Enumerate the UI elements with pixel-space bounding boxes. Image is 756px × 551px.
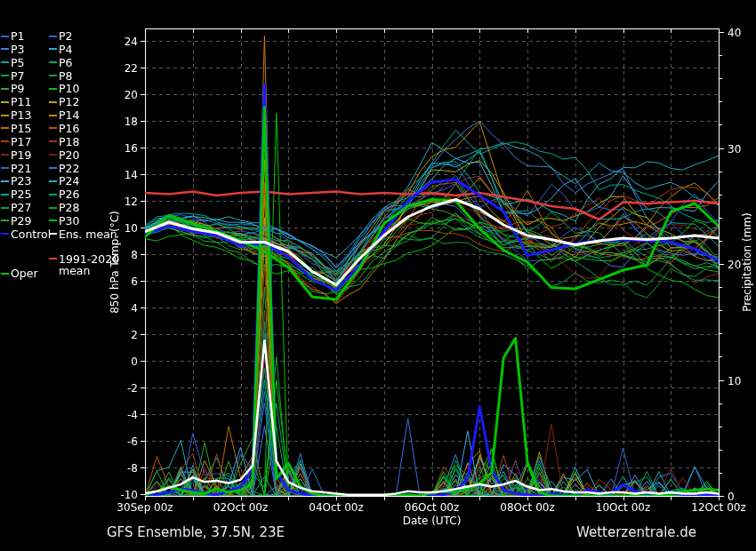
legend: P1P2P3P4P5P6P7P8P9P10P11P12P13P14P15P16P… xyxy=(1,29,145,296)
legend-swatch xyxy=(1,273,9,275)
legend-label: P22 xyxy=(59,163,79,174)
legend-label: P7 xyxy=(11,70,25,82)
legend-item-p21: P21 xyxy=(1,162,31,175)
legend-swatch xyxy=(49,194,57,196)
legend-label: P16 xyxy=(59,123,79,134)
legend-label: P12 xyxy=(59,96,79,108)
legend-swatch xyxy=(49,61,57,63)
legend-item-p11: P11 xyxy=(1,95,31,108)
legend-swatch xyxy=(1,180,9,182)
legend-swatch xyxy=(1,154,9,156)
legend-swatch xyxy=(1,140,9,142)
legend-label: P17 xyxy=(11,136,31,148)
legend-label: P5 xyxy=(11,57,25,68)
legend-label: P18 xyxy=(59,136,79,148)
legend-item-p29: P29 xyxy=(1,214,31,228)
legend-label: P21 xyxy=(11,163,31,174)
legend-label: P30 xyxy=(59,215,79,227)
legend-label: Control xyxy=(11,228,51,240)
legend-label: P1 xyxy=(11,30,25,42)
legend-item-p28: P28 xyxy=(49,201,79,214)
legend-swatch xyxy=(49,180,57,182)
legend-swatch xyxy=(49,88,57,90)
model-info-label: GFS Ensemble, 37.5N, 23E xyxy=(107,524,285,540)
legend-swatch xyxy=(49,140,57,142)
legend-swatch xyxy=(49,154,57,156)
legend-label: P13 xyxy=(11,109,31,121)
legend-item-p18: P18 xyxy=(49,135,79,148)
legend-item-p6: P6 xyxy=(49,56,73,69)
legend-swatch xyxy=(1,48,9,50)
legend-label: P11 xyxy=(11,96,31,108)
legend-item-p10: P10 xyxy=(49,82,79,95)
legend-item-p8: P8 xyxy=(49,69,73,83)
legend-label: Ens. mean xyxy=(59,228,117,240)
legend-item-p13: P13 xyxy=(1,108,31,122)
legend-label: P6 xyxy=(59,57,73,68)
legend-item-p30: P30 xyxy=(49,214,79,228)
site-credit-label: Wetterzentrale.de xyxy=(576,524,696,540)
legend-label: P10 xyxy=(59,83,79,94)
legend-swatch xyxy=(1,101,9,103)
legend-swatch xyxy=(1,220,9,221)
legend-label: P19 xyxy=(11,149,31,161)
legend-swatch xyxy=(49,36,57,37)
meteogram-page: Ligourión (GR) 850 hPa Temp. & Precipita… xyxy=(0,0,756,551)
legend-label: Oper xyxy=(11,268,38,279)
legend-item-p9: P9 xyxy=(1,82,25,95)
legend-label: P20 xyxy=(59,149,79,161)
legend-label: P23 xyxy=(11,175,31,187)
legend-item-p17: P17 xyxy=(1,135,31,148)
legend-swatch xyxy=(1,194,9,196)
legend-label: P8 xyxy=(59,70,73,82)
legend-swatch xyxy=(1,233,9,235)
legend-item-ens-mean: Ens. mean xyxy=(49,228,117,241)
legend-item-p26: P26 xyxy=(49,188,79,201)
legend-label: P4 xyxy=(59,44,73,55)
legend-label: P15 xyxy=(11,123,31,134)
legend-swatch xyxy=(1,61,9,63)
legend-item-p22: P22 xyxy=(49,162,79,175)
legend-item-p24: P24 xyxy=(49,174,79,188)
legend-swatch xyxy=(1,115,9,116)
legend-item-p23: P23 xyxy=(1,174,31,188)
legend-label: P26 xyxy=(59,188,79,200)
legend-swatch xyxy=(1,75,9,76)
legend-item-p16: P16 xyxy=(49,122,79,135)
legend-item-p4: P4 xyxy=(49,43,73,56)
legend-swatch xyxy=(1,127,9,129)
legend-swatch xyxy=(49,48,57,50)
legend-swatch xyxy=(1,207,9,209)
legend-swatch xyxy=(49,258,57,260)
legend-item-p25: P25 xyxy=(1,188,31,201)
legend-item-p15: P15 xyxy=(1,122,31,135)
legend-item-p14: P14 xyxy=(49,108,79,122)
legend-swatch xyxy=(49,127,57,129)
legend-label: P9 xyxy=(11,83,25,94)
legend-swatch xyxy=(49,75,57,76)
legend-item-p2: P2 xyxy=(49,29,73,43)
legend-swatch xyxy=(49,220,57,221)
legend-swatch xyxy=(1,167,9,169)
legend-swatch xyxy=(49,233,57,235)
legend-item-p12: P12 xyxy=(49,95,79,108)
legend-item-p7: P7 xyxy=(1,69,25,83)
legend-label: P2 xyxy=(59,30,73,42)
legend-item-climate-mean: 1991-2020mean xyxy=(49,253,119,267)
legend-label: P25 xyxy=(11,188,31,200)
legend-item-p20: P20 xyxy=(49,148,79,162)
legend-swatch xyxy=(49,207,57,209)
legend-swatch xyxy=(1,36,9,37)
legend-item-p1: P1 xyxy=(1,29,25,43)
legend-label: P29 xyxy=(11,215,31,227)
legend-label: P3 xyxy=(11,44,25,55)
legend-swatch xyxy=(49,101,57,103)
legend-label: P28 xyxy=(59,202,79,213)
legend-item-p5: P5 xyxy=(1,56,25,69)
legend-item-p19: P19 xyxy=(1,148,31,162)
legend-label: P24 xyxy=(59,175,79,187)
legend-label: P27 xyxy=(11,202,31,213)
legend-item-control: Control xyxy=(1,228,51,241)
legend-swatch xyxy=(49,167,57,169)
legend-item-oper: Oper xyxy=(1,267,38,280)
